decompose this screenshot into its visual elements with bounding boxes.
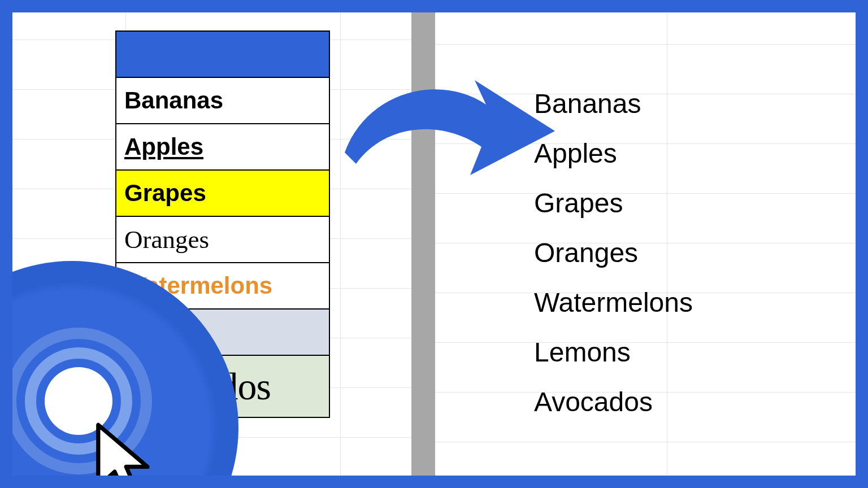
list-item[interactable]: Avocados (534, 377, 693, 427)
table-row[interactable]: Bananas (116, 77, 329, 124)
list-item[interactable]: Lemons (534, 328, 693, 377)
list-item[interactable]: Oranges (534, 228, 693, 278)
cell-bananas[interactable]: Bananas (116, 77, 329, 124)
table-row[interactable]: Grapes (116, 170, 329, 216)
panel-divider (411, 12, 435, 476)
list-item[interactable]: Watermelons (534, 278, 693, 328)
list-item[interactable]: Apples (534, 129, 693, 178)
content-area: Bananas Apples Grapes Oranges Watermelon… (12, 12, 856, 476)
header-cell[interactable] (116, 31, 329, 77)
plain-list: Bananas Apples Grapes Oranges Watermelon… (534, 79, 693, 427)
right-spreadsheet-panel: Bananas Apples Grapes Oranges Watermelon… (435, 12, 856, 476)
list-item[interactable]: Bananas (534, 79, 693, 129)
outer-frame: Bananas Apples Grapes Oranges Watermelon… (0, 0, 868, 488)
cell-grapes[interactable]: Grapes (116, 170, 329, 216)
cell-oranges[interactable]: Oranges (116, 216, 329, 263)
cell-apples[interactable]: Apples (116, 124, 329, 170)
table-row[interactable]: Oranges (116, 216, 329, 263)
table-row[interactable]: Apples (116, 124, 329, 170)
list-item[interactable]: Grapes (534, 178, 693, 228)
